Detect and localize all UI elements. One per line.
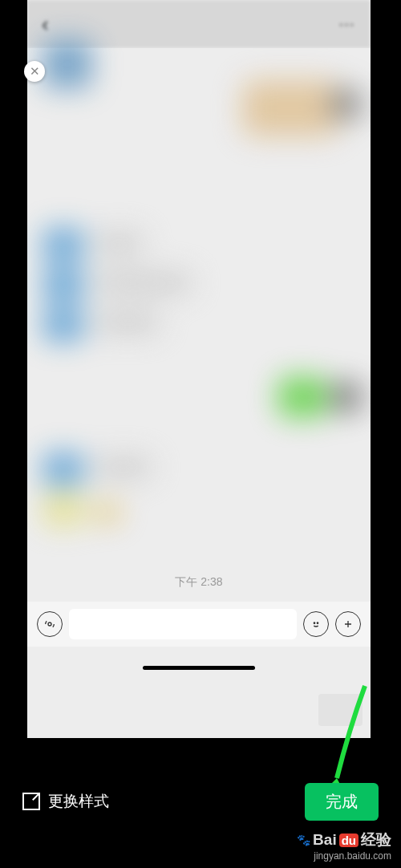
svg-point-2: [317, 623, 318, 623]
chat-input-bar: [27, 602, 371, 647]
watermark: 🐾 Baidu经验 jingyan.baidu.com: [297, 829, 391, 862]
watermark-brand: 🐾 Baidu经验: [297, 829, 391, 850]
chat-content: 下午 2:38: [27, 48, 371, 602]
change-style-button[interactable]: 更换样式: [22, 791, 109, 812]
plus-icon[interactable]: [335, 611, 361, 637]
voice-icon[interactable]: [37, 611, 63, 637]
watermark-bai: Bai: [313, 831, 337, 849]
close-button[interactable]: ✕: [24, 61, 45, 82]
chat-timestamp: 下午 2:38: [27, 575, 371, 590]
message-input[interactable]: [69, 609, 297, 639]
watermark-du: du: [339, 834, 358, 847]
svg-point-0: [48, 623, 51, 626]
preview-corner-box: [318, 694, 363, 726]
screenshot-preview: ‹ ⋯ 下午 2:38: [27, 0, 371, 738]
change-style-label: 更换样式: [48, 791, 109, 812]
emoji-icon[interactable]: [303, 611, 329, 637]
svg-point-1: [314, 623, 314, 623]
edit-icon: [22, 793, 40, 810]
home-indicator: [143, 666, 255, 670]
watermark-url: jingyan.baidu.com: [297, 850, 391, 862]
watermark-jingyan: 经验: [361, 829, 391, 850]
done-label: 完成: [326, 793, 358, 810]
more-icon[interactable]: ⋯: [338, 14, 356, 34]
editor-toolbar: 更换样式 完成: [0, 779, 401, 824]
back-icon[interactable]: ‹: [42, 12, 49, 37]
paw-icon: 🐾: [297, 834, 310, 846]
blurred-messages: [27, 48, 371, 602]
done-button[interactable]: 完成: [305, 783, 379, 821]
